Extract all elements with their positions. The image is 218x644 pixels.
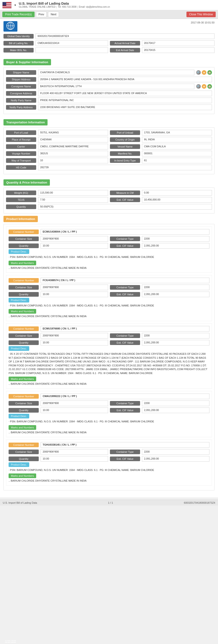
- esti-cif-value-3: 2,091,200.00: [142, 408, 210, 413]
- notify-party-name-row: Notify Party Name PRIDE INTERNATIONAL IN…: [6, 98, 212, 103]
- container-number-label-4: Container Number: [8, 442, 39, 447]
- main-content: GLOBAL TRADEONLINE LIMITED 2017-09-30 10…: [0, 19, 218, 498]
- notify-party-address-value: 2200 BROENING HWY SUITE 230 BALTIMORE: [38, 104, 212, 110]
- qty-value-4: 10.00: [41, 456, 108, 462]
- buyer-supplier-header: Buyer & Supplier Information: [3, 59, 51, 65]
- place-of-receipt-label: Place of Receipt: [6, 137, 36, 142]
- toolbar: Print Trade Record(s) Prev Next Close Th…: [0, 10, 218, 19]
- print-button[interactable]: Print Trade Record(s): [2, 12, 35, 17]
- container-size-value-0: 2000*806*800: [41, 236, 108, 242]
- star-icon-2[interactable]: ★: [202, 84, 207, 89]
- close-button[interactable]: Close This Window: [187, 12, 216, 17]
- container-number-label-2: Container Number: [8, 326, 39, 331]
- qty-value-2: 10.00: [41, 340, 108, 346]
- container-size-label-0: Container Size: [8, 236, 39, 241]
- home-icon[interactable]: 🏠: [207, 70, 212, 75]
- notify-party-name-label: Notify Party Name: [6, 98, 36, 103]
- consignee-name-value: BASSTECH INTERNATIONAL 17TH: [38, 84, 194, 89]
- container-size-type-row-3: Container Size 2000*806*800 Container Ty…: [8, 400, 210, 406]
- in-bond-entry-type-value: 61: [142, 158, 212, 163]
- qty-value-3: 10.00: [41, 408, 108, 413]
- container-type-value-4: 2200: [142, 449, 210, 455]
- qty-value-1: 10.00: [41, 292, 108, 297]
- esti-cif-value-1: 2,091,200.00: [142, 292, 210, 297]
- consignee-name-icons: 🔍 ★ 🏠: [196, 84, 212, 89]
- container-type-label-1: Container Type: [110, 285, 140, 290]
- esti-cif-label-1: Esti. CIF Value: [110, 292, 140, 297]
- next-button[interactable]: Next: [48, 12, 59, 17]
- voyage-manifest-row: Voyage Number 382US Manifest No. 000001: [6, 151, 212, 156]
- qty-label-4: Quantity: [8, 456, 39, 461]
- datetime: 2017-09-30 10:01:50: [191, 21, 215, 24]
- qty-cif-row-4: Quantity 10.00 Esti. CIF Value 2,091,200…: [8, 456, 210, 462]
- container-size-value-2: 2000*806*800: [41, 333, 108, 338]
- quantity-value: 50.00(PCS): [38, 204, 212, 210]
- manifest-no-value: 000001: [142, 151, 212, 156]
- product-block-2: Container Number ECMU1976680 ( CN / L / …: [6, 324, 212, 389]
- product-desc-value-0: · PSN: BARIUM COMPOUND, N.O.S. UN NUMBER…: [8, 254, 210, 260]
- container-size-label-3: Container Size: [8, 401, 39, 406]
- product-block-0: Container Number ECMU1438004 ( CN / L / …: [6, 226, 212, 273]
- container-number-value-1: FCIU4388574 ( CN / L / PP ): [41, 278, 210, 283]
- logo-area: GLOBAL TRADEONLINE LIMITED: [3, 21, 17, 32]
- star-icon[interactable]: ★: [202, 70, 207, 75]
- container-number-label-1: Container Number: [8, 278, 39, 283]
- product-desc-label-2: Product Desc.: [8, 346, 29, 351]
- search-icon[interactable]: 🔍: [196, 70, 201, 75]
- bol-row: Bill of Lading No. CMDUAIS0210414 Actual…: [3, 40, 215, 46]
- way-of-transport-value: 10: [38, 158, 108, 163]
- quantity-row: Quantity 50.00(PCS): [6, 204, 212, 210]
- qty-cif-row-3: Quantity 10.00 Esti. CIF Value 2,091,200…: [8, 408, 210, 413]
- teus-cif-row: TEUS 7.50 Esti. CIF Value 10,456,000.00: [6, 197, 212, 202]
- receipt-origin-row: Place of Receipt CHENNAI Country of Orig…: [6, 137, 212, 142]
- transport-bond-row: Way of Transport 10 In-bond Entry Type 6…: [6, 158, 212, 163]
- esti-cif-label-0: Esti. CIF Value: [110, 244, 140, 248]
- marks-value-4: .. BARIUM CHLORIDE DIHYDRATE CRYSTALLINE…: [8, 478, 210, 483]
- qty-label-1: Quantity: [8, 292, 39, 297]
- hs-code-row: HS Code 282739: [6, 165, 212, 170]
- teus-label: TEUS: [6, 198, 36, 202]
- footer-page: 1 / 1: [108, 501, 113, 504]
- shipper-name-row: Shipper Name CHAITANYA CHEMICALS 🔍 ★ 🏠: [6, 70, 212, 75]
- actual-arrival-date-label: Actual Arrival Date: [110, 41, 140, 46]
- marks-label-3: Marks and Numbers: [8, 425, 36, 430]
- logo-image: GLOBAL TRADEONLINE LIMITED: [3, 21, 17, 32]
- buyer-supplier-section: Shipper Name CHAITANYA CHEMICALS 🔍 ★ 🏠 S…: [3, 67, 215, 114]
- container-size-value-1: 2000*806*800: [41, 284, 108, 290]
- container-size-type-row-1: Container Size 2000*806*800 Container Ty…: [8, 284, 210, 290]
- home-icon-2[interactable]: 🏠: [207, 84, 212, 89]
- marks-value-3: .. BARIUM CHLORIDE DIHYDRATE CRYSTALLINE…: [8, 430, 210, 435]
- container-size-label-2: Container Size: [8, 334, 39, 338]
- shipper-name-value: CHAITANYA CHEMICALS: [38, 70, 194, 75]
- container-size-value-4: 2000*806*800: [41, 449, 108, 455]
- quantity-label: Quantity: [6, 204, 36, 209]
- shipper-name-icons: 🔍 ★ 🏠: [196, 70, 212, 75]
- container-number-row-1: Container Number FCIU4388574 ( CN / L / …: [8, 278, 210, 283]
- product-info-section: Container Number ECMU1438004 ( CN / L / …: [3, 224, 215, 490]
- esti-cif-value-0: 2,091,200.00: [142, 243, 210, 248]
- global-data-identity-row: Global Data Identity 6003201704180000187…: [3, 34, 215, 39]
- country-of-origin-label: Country of Origin: [110, 137, 140, 142]
- consignee-name-row: Consignee Name BASSTECH INTERNATIONAL 17…: [6, 84, 212, 89]
- product-desc-value-1: · PSN: BARIUM COMPOUND, N.O.S. UN NUMBER…: [8, 303, 210, 308]
- qty-label-0: Quantity: [8, 244, 39, 248]
- esti-cif-value-4: 2,091,200.00: [142, 456, 210, 462]
- esti-arrival-date-value: 20170415: [142, 48, 215, 53]
- shipper-name-label: Shipper Name: [6, 70, 36, 75]
- container-number-row-4: Container Number TGHU0338145 ( CN / L / …: [8, 442, 210, 448]
- container-size-label-4: Container Size: [8, 450, 39, 454]
- product-block-3: Container Number CMAU1999222 ( CN / L / …: [6, 391, 212, 437]
- mater-bol-label: Mater BOL No.: [3, 48, 34, 52]
- search-icon-2[interactable]: 🔍: [196, 84, 201, 89]
- marks-value-0: .. BARIUM CHLORIDE DIHYDRATE CRYSTALLINE…: [8, 266, 210, 270]
- container-number-row-0: Container Number ECMU1438004 ( CN / L / …: [8, 229, 210, 235]
- dropdown-icon[interactable]: ▼: [14, 4, 16, 6]
- carrier-vessel-row: Carrier CMDU, COMPAGNIE MARITIME DAFFRE …: [6, 144, 212, 150]
- qty-label-2: Quantity: [8, 340, 39, 345]
- mater-bol-value: [35, 48, 108, 53]
- container-type-label-4: Container Type: [110, 450, 140, 454]
- container-type-value-0: 2200: [142, 236, 210, 242]
- prev-button[interactable]: Prev: [36, 12, 47, 17]
- actual-arrival-date-value: 20170417: [142, 40, 215, 46]
- qty-cif-row-1: Quantity 10.00 Esti. CIF Value 2,091,200…: [8, 292, 210, 297]
